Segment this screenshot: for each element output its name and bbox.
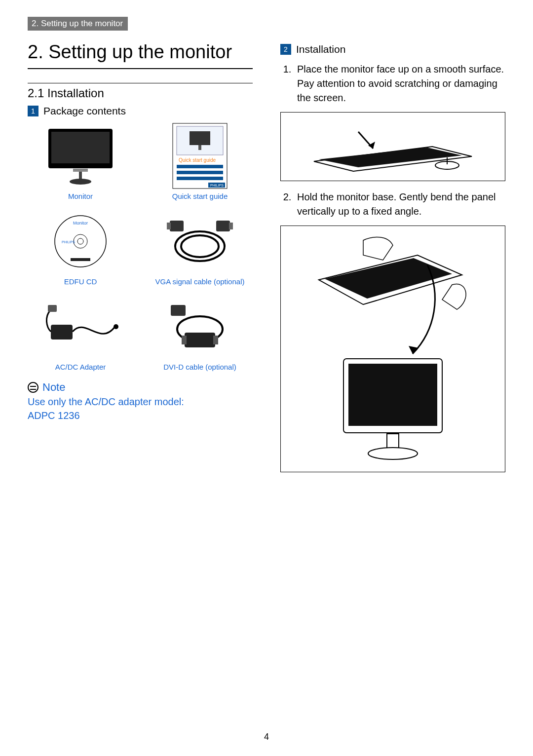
svg-rect-23 [170, 221, 184, 231]
svg-rect-27 [51, 325, 73, 340]
svg-rect-10 [177, 165, 223, 168]
note-icon [28, 382, 38, 393]
svg-point-29 [114, 324, 118, 329]
svg-rect-43 [348, 364, 437, 426]
svg-point-17 [77, 238, 83, 244]
svg-rect-11 [177, 171, 223, 174]
breadcrumb-header: 2. Setting up the monitor [28, 17, 128, 31]
step-badge-1: 1 [28, 106, 38, 116]
install-step-1: Place the monitor face up on a smooth su… [294, 62, 505, 105]
section-title: 2.1 Installation [28, 83, 253, 100]
illustration-place-monitor [280, 112, 505, 181]
svg-text:PHILIPS: PHILIPS [62, 240, 75, 244]
svg-rect-44 [387, 434, 399, 449]
svg-point-22 [181, 235, 219, 257]
svg-rect-2 [73, 169, 88, 172]
dvi-cable-icon [160, 295, 239, 359]
cd-icon: Monitor PHILIPS [41, 209, 120, 273]
svg-text:PHILIPS: PHILIPS [210, 184, 224, 187]
dvi-caption: DVI-D cable (optional) [163, 363, 236, 371]
adapter-icon [41, 295, 120, 359]
page-number: 4 [0, 732, 533, 742]
svg-rect-12 [177, 177, 223, 180]
quick-start-guide-icon: Quick start guide PHILIPS [160, 124, 239, 188]
package-item-qsg: Quick start guide PHILIPS Quick start gu… [147, 124, 253, 200]
installation-heading: Installation [296, 43, 345, 55]
svg-rect-33 [213, 336, 218, 344]
monitor-icon [41, 124, 120, 188]
svg-point-45 [368, 448, 418, 459]
svg-rect-25 [216, 221, 230, 231]
cd-caption: EDFU CD [64, 277, 97, 286]
svg-rect-20 [71, 258, 90, 261]
svg-rect-8 [198, 145, 201, 150]
package-item-vga: VGA signal cable (optional) [147, 209, 253, 286]
svg-rect-1 [51, 132, 110, 163]
svg-rect-7 [190, 131, 210, 145]
svg-rect-28 [48, 305, 57, 312]
package-item-monitor: Monitor [28, 124, 133, 200]
svg-rect-24 [167, 223, 171, 229]
svg-rect-31 [185, 333, 215, 347]
illustration-bend-monitor [280, 226, 505, 472]
vga-cable-icon [160, 209, 239, 273]
svg-rect-34 [171, 305, 186, 316]
page-title: 2. Setting up the monitor [28, 40, 253, 69]
note-text: Use only the AC/DC adapter model: [28, 396, 184, 407]
step-badge-2: 2 [280, 44, 291, 55]
qsg-caption: Quick start guide [172, 192, 228, 200]
adapter-caption: AC/DC Adapter [55, 363, 106, 371]
monitor-caption: Monitor [68, 192, 93, 200]
note-model: ADPC 1236 [28, 410, 80, 421]
package-item-dvi: DVI-D cable (optional) [147, 295, 253, 371]
vga-caption: VGA signal cable (optional) [155, 277, 245, 286]
svg-marker-38 [368, 142, 375, 149]
note-block: Note Use only the AC/DC adapter model: A… [28, 381, 253, 422]
svg-point-4 [70, 179, 91, 185]
note-title: Note [42, 381, 65, 394]
svg-text:Monitor: Monitor [73, 221, 88, 226]
package-item-cd: Monitor PHILIPS EDFU CD [28, 209, 133, 286]
svg-text:Quick start guide: Quick start guide [179, 157, 216, 163]
svg-rect-26 [229, 223, 233, 229]
svg-rect-32 [182, 336, 187, 344]
package-item-adapter: AC/DC Adapter [28, 295, 133, 371]
package-contents-heading: Package contents [43, 105, 126, 117]
install-step-2: Hold the monitor base. Gently bend the p… [294, 190, 505, 219]
